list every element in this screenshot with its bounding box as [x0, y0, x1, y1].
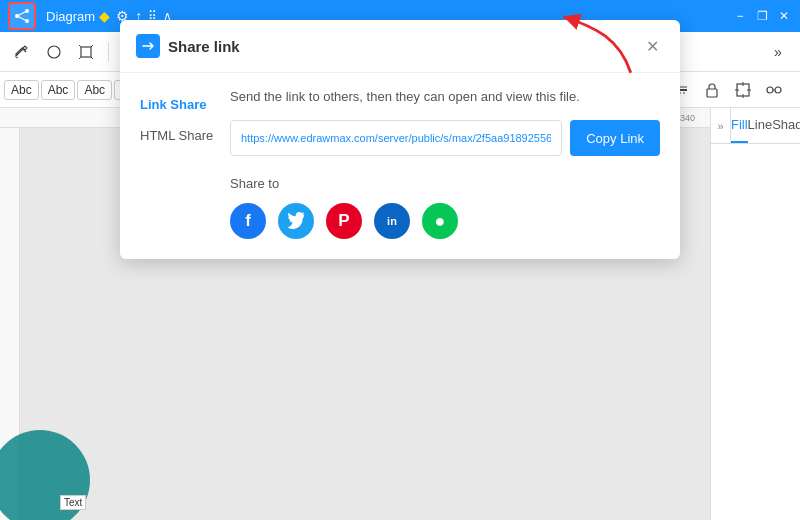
nav-html-share[interactable]: HTML Share	[140, 120, 230, 151]
link-url-input[interactable]	[230, 120, 562, 156]
pinterest-share-button[interactable]: P	[326, 203, 362, 239]
share-to-section: Share to f P in ●	[230, 176, 660, 239]
share-link-dialog: Share link ✕ Link Share HTML Share Send …	[120, 20, 680, 259]
link-row: Copy Link	[230, 120, 660, 156]
dialog-inner: Link Share HTML Share Send the link to o…	[140, 89, 660, 239]
dialog-nav: Link Share HTML Share	[140, 89, 230, 239]
dialog-header: Share link ✕	[120, 20, 680, 73]
dialog-title: Share link	[168, 38, 632, 55]
copy-link-button[interactable]: Copy Link	[570, 120, 660, 156]
share-to-label: Share to	[230, 176, 660, 191]
twitter-share-button[interactable]	[278, 203, 314, 239]
dialog-description: Send the link to others, then they can o…	[230, 89, 660, 104]
facebook-share-button[interactable]: f	[230, 203, 266, 239]
nav-link-share[interactable]: Link Share	[140, 89, 230, 120]
dialog-close-button[interactable]: ✕	[640, 34, 664, 58]
dialog-body: Link Share HTML Share Send the link to o…	[120, 73, 680, 259]
linkedin-share-button[interactable]: in	[374, 203, 410, 239]
dialog-content: Send the link to others, then they can o…	[230, 89, 660, 239]
dialog-overlay: Share link ✕ Link Share HTML Share Send …	[0, 0, 800, 520]
dialog-icon	[136, 34, 160, 58]
social-icons-row: f P in ●	[230, 203, 660, 239]
line-share-button[interactable]: ●	[422, 203, 458, 239]
